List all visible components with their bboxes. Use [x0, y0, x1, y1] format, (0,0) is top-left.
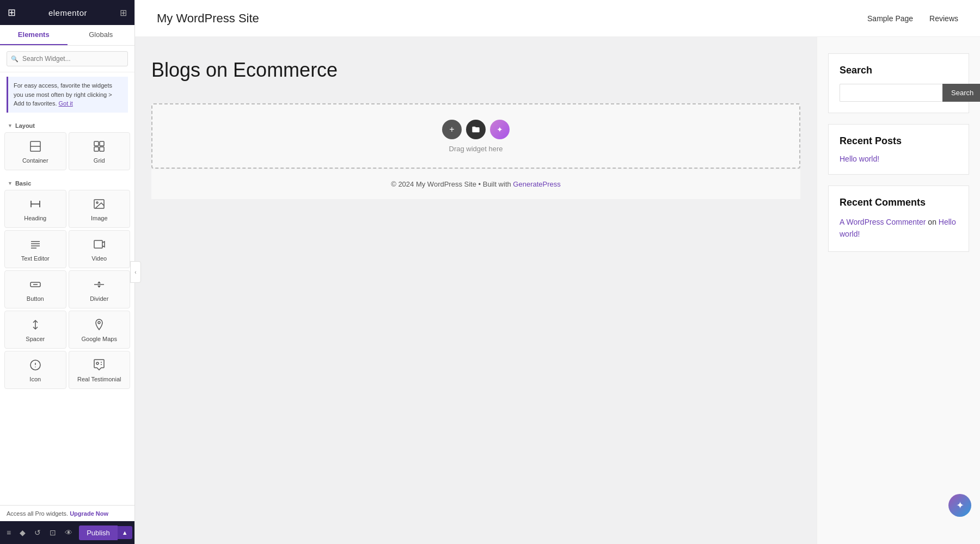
grid-label: Grid [94, 157, 105, 164]
recent-comments-title: Recent Comments [840, 197, 958, 208]
video-label: Video [91, 255, 107, 262]
toolbar-eye-icon[interactable]: 👁 [63, 526, 75, 539]
recent-comments-widget: Recent Comments A WordPress Commenter on… [828, 186, 969, 252]
favorites-tip: For easy access, favorite the widgets yo… [7, 77, 128, 113]
sidebar-tabs: Elements Globals [0, 25, 134, 46]
tab-globals[interactable]: Globals [68, 25, 135, 45]
icon-widget-icon [29, 358, 42, 373]
sidebar-header: ⊞ elementor ⊞ [0, 0, 134, 25]
drop-zone-label: Drag widget here [449, 145, 503, 153]
upgrade-bar: Access all Pro widgets. Upgrade Now [0, 505, 134, 521]
site-nav: Sample Page Reviews [867, 14, 958, 23]
real-testimonial-icon [93, 358, 106, 373]
tab-elements[interactable]: Elements [0, 25, 68, 45]
generatepress-link[interactable]: GeneratePress [513, 180, 560, 188]
add-element-button[interactable]: + [442, 120, 462, 139]
svg-point-26 [96, 362, 99, 364]
search-widget: Search Search [828, 53, 969, 113]
elementor-sidebar: ⊞ elementor ⊞ Elements Globals 🔍 For eas… [0, 0, 135, 544]
comment-text: A WordPress Commenter on Hello world! [840, 216, 958, 240]
main-column: Blogs on Ecommerce + ✦ Drag widget here [135, 37, 817, 544]
text-editor-label: Text Editor [21, 255, 50, 262]
widget-search-container: 🔍 [0, 46, 134, 72]
svg-rect-2 [94, 141, 99, 146]
page-footer: © 2024 My WordPress Site • Built with Ge… [151, 169, 800, 199]
site-title: My WordPress Site [157, 11, 259, 26]
widget-icon[interactable]: Icon [4, 351, 66, 389]
wp-search-button[interactable]: Search [942, 84, 980, 102]
svg-rect-4 [94, 147, 99, 151]
page-heading: Blogs on Ecommerce [151, 59, 800, 82]
widget-button[interactable]: Button [4, 270, 66, 308]
widget-image[interactable]: Image [69, 190, 131, 228]
grid-widget-icon [93, 140, 106, 154]
button-icon [29, 278, 42, 293]
section-layout-label[interactable]: ▼ Layout [0, 117, 134, 132]
image-icon [93, 197, 106, 212]
heading-icon [29, 197, 42, 212]
recent-posts-title: Recent Posts [840, 135, 958, 147]
button-label: Button [27, 295, 44, 302]
drop-zone-content: + ✦ Drag widget here [442, 120, 510, 153]
main-area: My WordPress Site Sample Page Reviews Bl… [135, 0, 980, 544]
spacer-label: Spacer [26, 336, 45, 342]
svg-rect-5 [100, 147, 104, 151]
search-row: Search [840, 84, 958, 102]
svg-rect-3 [100, 141, 104, 146]
publish-button[interactable]: Publish [79, 526, 118, 540]
ai-button[interactable]: ✦ [490, 120, 510, 139]
widget-real-testimonial[interactable]: Real Testimonial [69, 351, 131, 389]
grid-icon[interactable]: ⊞ [120, 8, 127, 18]
container-icon [29, 140, 42, 154]
search-widget-title: Search [840, 65, 958, 76]
layout-widget-grid: Container Grid [0, 132, 134, 175]
toolbar-history-icon[interactable]: ↺ [32, 526, 43, 539]
drop-zone[interactable]: + ✦ Drag widget here [151, 103, 800, 169]
svg-point-10 [96, 202, 98, 203]
section-layout-arrow: ▼ [8, 123, 13, 128]
text-editor-icon [29, 238, 42, 252]
search-widget-input[interactable] [7, 51, 128, 66]
google-maps-label: Google Maps [82, 336, 117, 342]
bottom-toolbar: ≡ ◆ ↺ ⊡ 👁 Publish ▲ [0, 521, 134, 544]
wp-search-input[interactable] [840, 84, 942, 102]
recent-post-hello-world[interactable]: Hello world! [840, 154, 958, 163]
nav-sample-page[interactable]: Sample Page [867, 14, 913, 23]
toolbar-diamond-icon[interactable]: ◆ [17, 526, 28, 539]
canvas-area: Blogs on Ecommerce + ✦ Drag widget here [135, 37, 980, 544]
svg-rect-15 [94, 240, 102, 248]
elementor-logo-text: elementor [48, 8, 87, 17]
icon-label: Icon [29, 376, 41, 382]
container-label: Container [22, 157, 48, 164]
widget-spacer[interactable]: Spacer [4, 311, 66, 349]
widget-text-editor[interactable]: Text Editor [4, 230, 66, 268]
widget-heading[interactable]: Heading [4, 190, 66, 228]
widget-container[interactable]: Container [4, 132, 66, 170]
spacer-icon [29, 318, 42, 333]
search-icon-small: 🔍 [11, 55, 19, 63]
upgrade-now-link[interactable]: Upgrade Now [70, 510, 108, 517]
divider-label: Divider [90, 295, 108, 302]
sidebar-collapse-handle[interactable]: ‹ [130, 261, 141, 283]
section-basic-label[interactable]: ▼ Basic [0, 175, 134, 190]
wp-site-header: My WordPress Site Sample Page Reviews [135, 0, 980, 37]
widget-grid[interactable]: Grid [69, 132, 131, 170]
toolbar-hamburger-icon[interactable]: ≡ [4, 526, 13, 539]
nav-reviews[interactable]: Reviews [929, 14, 958, 23]
ai-assistant-orb[interactable]: ✦ [948, 494, 971, 517]
got-it-link[interactable]: Got it [59, 100, 73, 107]
add-template-button[interactable] [466, 120, 486, 139]
widget-google-maps[interactable]: Google Maps [69, 311, 131, 349]
widget-video[interactable]: Video [69, 230, 131, 268]
basic-widget-grid: Heading Image [0, 190, 134, 393]
toolbar-responsive-icon[interactable]: ⊡ [47, 526, 58, 539]
publish-dropdown-button[interactable]: ▲ [118, 526, 132, 539]
elementor-logo-icon: ⊞ [8, 7, 16, 18]
comment-author-link[interactable]: A WordPress Commenter [840, 218, 926, 226]
google-maps-icon [93, 318, 106, 333]
real-testimonial-label: Real Testimonial [77, 376, 121, 382]
svg-marker-19 [97, 281, 101, 283]
recent-posts-widget: Recent Posts Hello world! [828, 124, 969, 175]
widget-divider[interactable]: Divider [69, 270, 131, 308]
svg-marker-20 [97, 286, 101, 288]
